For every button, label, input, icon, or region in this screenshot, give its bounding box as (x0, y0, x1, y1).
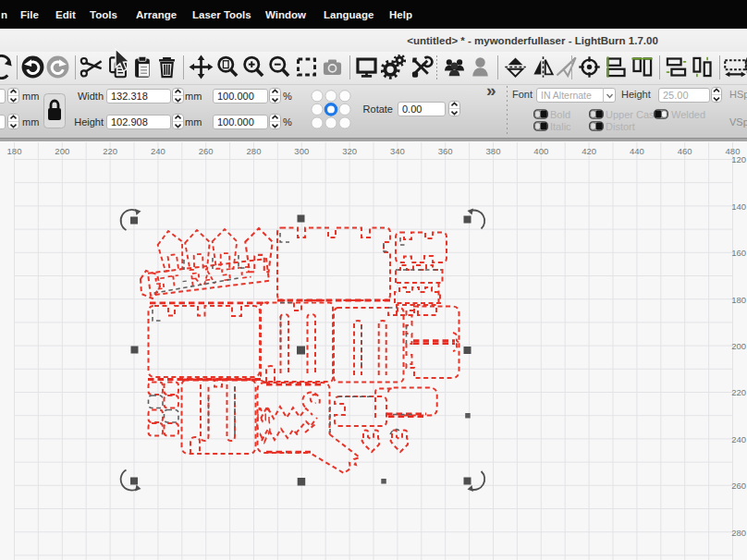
svg-text:220: 220 (103, 146, 117, 156)
svg-text:220: 220 (731, 387, 746, 397)
svg-text:320: 320 (342, 146, 357, 156)
svg-text:460: 460 (678, 146, 692, 156)
svg-text:280: 280 (247, 146, 262, 156)
svg-text:280: 280 (731, 528, 746, 538)
svg-text:140: 140 (731, 201, 746, 212)
svg-text:180: 180 (7, 146, 22, 156)
svg-text:180: 180 (731, 295, 746, 305)
svg-text:160: 160 (731, 248, 746, 258)
svg-text:380: 380 (486, 146, 501, 156)
svg-text:240: 240 (731, 434, 746, 444)
svg-text:340: 340 (390, 146, 405, 156)
svg-text:400: 400 (533, 146, 548, 156)
svg-text:200: 200 (731, 341, 746, 351)
svg-text:260: 260 (199, 146, 214, 156)
svg-text:260: 260 (731, 481, 746, 491)
svg-text:300: 300 (294, 146, 309, 156)
svg-text:120: 120 (731, 154, 746, 164)
svg-text:240: 240 (151, 146, 165, 156)
svg-text:360: 360 (438, 146, 453, 156)
svg-text:200: 200 (55, 146, 69, 156)
svg-text:420: 420 (582, 146, 596, 156)
svg-text:440: 440 (630, 146, 644, 156)
